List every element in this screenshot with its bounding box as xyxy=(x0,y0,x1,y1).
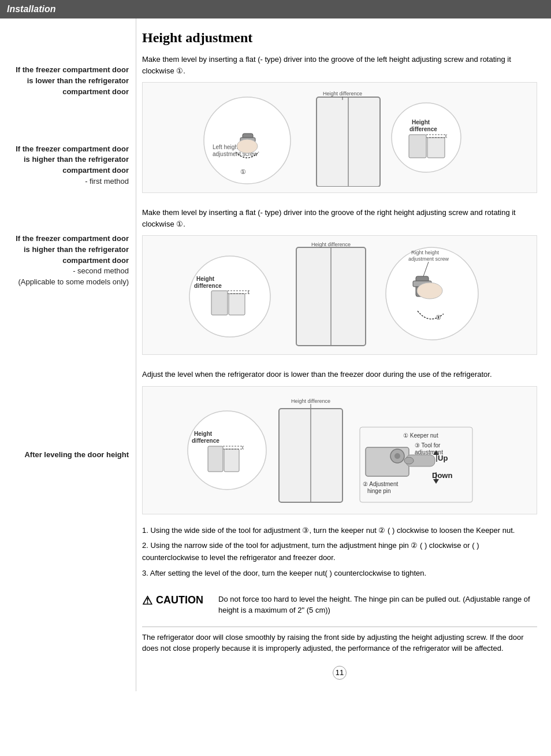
diagram-2-svg: Height difference Height difference Righ… xyxy=(184,242,496,349)
diagram-1: Left height adjustment screw ① Height xyxy=(142,82,537,193)
main-layout: If the freezer compartment door is lower… xyxy=(0,18,551,691)
diagram-3-svg: Height difference Height difference xyxy=(184,392,496,508)
svg-text:Height: Height xyxy=(194,431,213,437)
sidebar-method-1: - first method xyxy=(9,176,129,187)
caution-block: ⚠ CAUTION Do not force too hard to level… xyxy=(142,594,537,616)
svg-rect-16 xyxy=(427,138,445,158)
svg-text:Up: Up xyxy=(438,454,448,462)
svg-text:Height difference: Height difference xyxy=(311,242,351,247)
page-number-wrap: 11 xyxy=(142,660,537,680)
section-2-text: Make them level by inserting a flat (- t… xyxy=(142,207,537,229)
section-2: Make them level by inserting a flat (- t… xyxy=(142,207,537,355)
sidebar-applicable: (Applicable to some models only) xyxy=(9,277,129,288)
steps-list: 1. Using the wide side of the tool for a… xyxy=(142,525,537,580)
section-3-text: Adjust the level when the refrigerator d… xyxy=(142,369,537,380)
svg-rect-24 xyxy=(229,294,245,315)
svg-text:difference: difference xyxy=(192,438,219,444)
svg-text:difference: difference xyxy=(194,283,222,289)
svg-rect-23 xyxy=(211,291,228,315)
sidebar-section-1: If the freezer compartment door is lower… xyxy=(9,65,129,98)
svg-text:Height difference: Height difference xyxy=(291,398,330,404)
diagram-2: Height difference Height difference Righ… xyxy=(142,235,537,355)
svg-text:Left height: Left height xyxy=(213,144,240,150)
caution-label: ⚠ CAUTION xyxy=(142,594,211,607)
section-1-text: Make them level by inserting a flat (- t… xyxy=(142,54,537,76)
diagram-1-svg: Left height adjustment screw ① Height xyxy=(195,88,484,187)
svg-text:③ Tool for: ③ Tool for xyxy=(415,442,441,449)
sidebar-label-3: If the freezer compartment door is highe… xyxy=(9,234,129,266)
sidebar-section-3: If the freezer compartment door is highe… xyxy=(9,234,129,288)
svg-rect-42 xyxy=(208,446,223,472)
diagram-3: Height difference Height difference xyxy=(142,386,537,514)
svg-text:① Keeper nut: ① Keeper nut xyxy=(403,432,438,439)
caution-label-text: CAUTION xyxy=(156,594,203,606)
sidebar-label-2: If the freezer compartment door is highe… xyxy=(9,144,129,177)
svg-point-67 xyxy=(404,457,414,464)
sidebar-section-2: If the freezer compartment door is highe… xyxy=(9,144,129,187)
section-1: Make them level by inserting a flat (- t… xyxy=(142,54,537,193)
svg-text:①: ① xyxy=(240,168,246,175)
divider xyxy=(142,627,537,627)
sidebar-label-4: After leveling the door height xyxy=(9,450,129,461)
svg-point-37 xyxy=(417,283,442,299)
svg-rect-15 xyxy=(409,135,426,158)
svg-text:Height: Height xyxy=(196,276,215,282)
page-title: Height adjustment xyxy=(142,30,537,46)
after-level-text: The refrigerator door will close smoothl… xyxy=(142,632,537,654)
svg-text:hinge pin: hinge pin xyxy=(367,488,391,494)
svg-point-7 xyxy=(237,139,258,153)
section-3: Adjust the level when the refrigerator d… xyxy=(142,369,537,580)
svg-text:Height: Height xyxy=(412,119,430,125)
sidebar: If the freezer compartment door is lower… xyxy=(0,18,136,691)
svg-point-57 xyxy=(394,453,400,459)
svg-text:Height difference: Height difference xyxy=(323,91,362,97)
top-bar: Installation xyxy=(0,0,551,18)
step-1: 1. Using the wide side of the tool for a… xyxy=(142,525,537,537)
svg-text:Down: Down xyxy=(432,471,452,480)
sidebar-label-1: If the freezer compartment door is lower… xyxy=(9,65,129,98)
svg-text:adjustment screw: adjustment screw xyxy=(408,256,449,262)
caution-icon: ⚠ xyxy=(142,594,152,607)
header-title: Installation xyxy=(7,4,55,14)
svg-text:Right height: Right height xyxy=(411,250,440,255)
caution-text: Do not force too hard to level the heigh… xyxy=(218,594,537,616)
content-area: Height adjustment Make them level by ins… xyxy=(136,18,551,691)
svg-text:② Adjustment: ② Adjustment xyxy=(363,481,398,487)
after-level-block: The refrigerator door will close smoothl… xyxy=(142,632,537,654)
step-2: 2. Using the narrow side of the tool for… xyxy=(142,540,537,564)
sidebar-method-2: - second method xyxy=(9,266,129,277)
sidebar-section-4: After leveling the door height xyxy=(9,450,129,461)
svg-text:difference: difference xyxy=(409,126,437,132)
svg-rect-43 xyxy=(224,449,239,472)
step-3: 3. After setting the level of the door, … xyxy=(142,568,537,580)
page-number: 11 xyxy=(333,666,347,680)
